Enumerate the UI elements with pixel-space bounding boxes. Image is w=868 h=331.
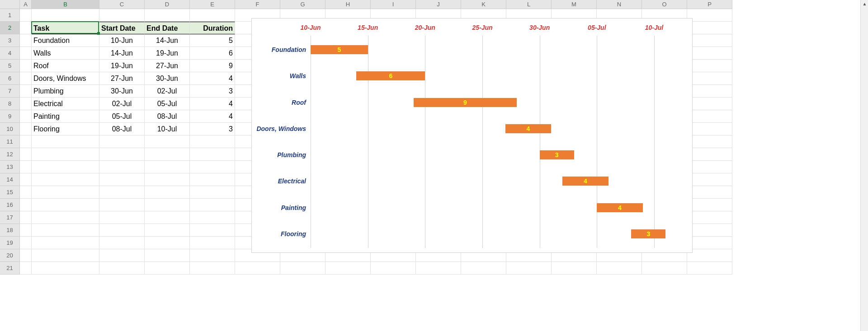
col-header-F[interactable]: F: [235, 0, 280, 9]
cell-A8[interactable]: [20, 98, 32, 110]
cell-D6[interactable]: 30-Jun: [145, 72, 190, 85]
cell-C8[interactable]: 02-Jul: [99, 98, 145, 110]
row-header-6[interactable]: 6: [0, 72, 20, 85]
cell-C3[interactable]: 10-Jun: [99, 34, 145, 47]
row-header-15[interactable]: 15: [0, 186, 20, 199]
vertical-scrollbar[interactable]: ▲: [860, 0, 868, 331]
cell-C11[interactable]: [99, 135, 145, 148]
cell-P15[interactable]: [687, 186, 732, 199]
cell-C6[interactable]: 27-Jun: [99, 72, 145, 85]
cell-B7[interactable]: Plumbing: [32, 85, 99, 98]
row-header-2[interactable]: 2: [0, 22, 20, 34]
cell-E4[interactable]: 6: [190, 47, 235, 60]
cell-P10[interactable]: [687, 123, 732, 135]
cell-P11[interactable]: [687, 135, 732, 148]
cell-E14[interactable]: [190, 173, 235, 186]
row-header-12[interactable]: 12: [0, 148, 20, 161]
cell-B4[interactable]: Walls: [32, 47, 99, 60]
gantt-bar[interactable]: 3: [540, 150, 574, 159]
cell-E12[interactable]: [190, 148, 235, 161]
row-header-21[interactable]: 21: [0, 262, 20, 275]
cell-B21[interactable]: [32, 262, 99, 275]
cell-D21[interactable]: [145, 262, 190, 275]
cell-A15[interactable]: [20, 186, 32, 199]
cell-L21[interactable]: [506, 262, 552, 275]
gantt-bar[interactable]: 3: [631, 229, 665, 238]
cell-C19[interactable]: [99, 237, 145, 249]
cell-D11[interactable]: [145, 135, 190, 148]
cell-D7[interactable]: 02-Jul: [145, 85, 190, 98]
cell-B14[interactable]: [32, 173, 99, 186]
cell-P20[interactable]: [687, 249, 732, 262]
cell-P21[interactable]: [687, 262, 732, 275]
select-all-corner[interactable]: [0, 0, 20, 9]
cell-B3[interactable]: Foundation: [32, 34, 99, 47]
cell-A7[interactable]: [20, 85, 32, 98]
cell-B5[interactable]: Roof: [32, 60, 99, 72]
cell-P18[interactable]: [687, 224, 732, 237]
cell-D2[interactable]: End Date: [145, 22, 190, 34]
cell-D14[interactable]: [145, 173, 190, 186]
col-header-M[interactable]: M: [552, 0, 597, 9]
col-header-N[interactable]: N: [597, 0, 642, 9]
cell-D10[interactable]: 10-Jul: [145, 123, 190, 135]
col-header-A[interactable]: A: [20, 0, 32, 9]
col-header-O[interactable]: O: [642, 0, 687, 9]
row-header-11[interactable]: 11: [0, 135, 20, 148]
gantt-bar[interactable]: 5: [311, 45, 368, 54]
cell-P4[interactable]: [687, 47, 732, 60]
gantt-bar[interactable]: 4: [505, 124, 551, 133]
cell-E11[interactable]: [190, 135, 235, 148]
cell-D4[interactable]: 19-Jun: [145, 47, 190, 60]
cell-B11[interactable]: [32, 135, 99, 148]
cell-P17[interactable]: [687, 211, 732, 224]
cell-A20[interactable]: [20, 249, 32, 262]
cell-C16[interactable]: [99, 199, 145, 211]
col-header-B[interactable]: B: [32, 0, 99, 9]
cell-A3[interactable]: [20, 34, 32, 47]
cell-P2[interactable]: [687, 22, 732, 34]
cell-E2[interactable]: Duration: [190, 22, 235, 34]
row-header-1[interactable]: 1: [0, 9, 20, 22]
cell-B12[interactable]: [32, 148, 99, 161]
cell-B10[interactable]: Flooring: [32, 123, 99, 135]
cell-E8[interactable]: 4: [190, 98, 235, 110]
col-header-J[interactable]: J: [416, 0, 461, 9]
cell-E1[interactable]: [190, 9, 235, 22]
cell-P5[interactable]: [687, 60, 732, 72]
cell-A13[interactable]: [20, 161, 32, 173]
cell-J21[interactable]: [416, 262, 461, 275]
cell-C2[interactable]: Start Date: [99, 22, 145, 34]
cell-M21[interactable]: [552, 262, 597, 275]
cell-A21[interactable]: [20, 262, 32, 275]
row-header-9[interactable]: 9: [0, 110, 20, 123]
cell-B15[interactable]: [32, 186, 99, 199]
cell-C17[interactable]: [99, 211, 145, 224]
cell-D5[interactable]: 27-Jun: [145, 60, 190, 72]
col-header-K[interactable]: K: [461, 0, 506, 9]
row-header-4[interactable]: 4: [0, 47, 20, 60]
cell-C18[interactable]: [99, 224, 145, 237]
cell-A17[interactable]: [20, 211, 32, 224]
cell-D13[interactable]: [145, 161, 190, 173]
row-header-18[interactable]: 18: [0, 224, 20, 237]
cell-B9[interactable]: Painting: [32, 110, 99, 123]
cell-B13[interactable]: [32, 161, 99, 173]
cell-D1[interactable]: [145, 9, 190, 22]
row-header-5[interactable]: 5: [0, 60, 20, 72]
cell-P16[interactable]: [687, 199, 732, 211]
cell-D19[interactable]: [145, 237, 190, 249]
col-header-I[interactable]: I: [371, 0, 416, 9]
cell-E16[interactable]: [190, 199, 235, 211]
cell-P14[interactable]: [687, 173, 732, 186]
cell-C12[interactable]: [99, 148, 145, 161]
col-header-P[interactable]: P: [687, 0, 732, 9]
cell-D8[interactable]: 05-Jul: [145, 98, 190, 110]
gantt-bar[interactable]: 4: [597, 203, 642, 212]
row-header-14[interactable]: 14: [0, 173, 20, 186]
cell-E5[interactable]: 9: [190, 60, 235, 72]
cell-D17[interactable]: [145, 211, 190, 224]
cell-C14[interactable]: [99, 173, 145, 186]
row-header-19[interactable]: 19: [0, 237, 20, 249]
cell-E19[interactable]: [190, 237, 235, 249]
